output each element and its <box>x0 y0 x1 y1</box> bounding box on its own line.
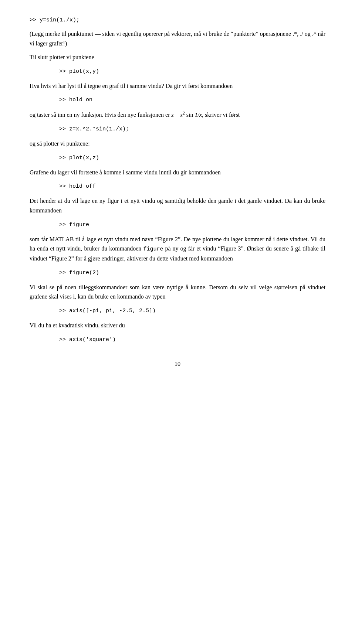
code-line1: >> y=sin(1./x); <box>30 15 325 25</box>
paragraph9: Vi skal se på noen tilleggskommandoer so… <box>30 283 325 301</box>
code-figure2-block: >> figure(2) <box>44 269 325 277</box>
paragraph3: Hva hvis vi har lyst til å tegne en graf… <box>30 81 325 91</box>
code-inline-figure: figure <box>143 246 163 252</box>
paragraph4: og taster så inn en ny funksjon. Hvis de… <box>30 110 325 120</box>
math-exp: 2 <box>183 110 185 116</box>
page-number: 10 <box>30 359 325 369</box>
code-plot-xy-block: >> plot(x,y) <box>44 67 325 76</box>
math-expression: z <box>171 112 173 118</box>
paragraph2: Til slutt plotter vi punktene <box>30 52 325 62</box>
paragraph5: og så plotter vi punktene: <box>30 139 325 149</box>
code-z-block: >> z=x.^2.*sin(1./x); <box>44 125 325 134</box>
math-x: x <box>180 112 183 118</box>
code-plot-xz-block: >> plot(x,z) <box>44 154 325 163</box>
paragraph1: (Legg merke til punktumet — siden vi ege… <box>30 29 325 48</box>
code-axis-square-block: >> axis('square') <box>44 335 325 344</box>
code-hold-off-block: >> hold off <box>44 182 325 191</box>
paragraph8: som får MATLAB til å lage et nytt vindu … <box>30 235 325 263</box>
math-frac: 1/x <box>195 112 202 118</box>
page-content: >> y=sin(1./x); (Legg merke til punktume… <box>30 15 325 368</box>
paragraph7: Det hender at du vil lage en ny figur i … <box>30 196 325 215</box>
paragraph6: Grafene du lager vil fortsette å komme i… <box>30 168 325 177</box>
code-figure-block: >> figure <box>44 221 325 229</box>
paragraph10: Vil du ha et kvadratisk vindu, skriver d… <box>30 321 325 330</box>
code-axis-block: >> axis([-pi, pi, -2.5, 2.5]) <box>44 307 325 316</box>
code-hold-on-block: >> hold on <box>44 96 325 105</box>
